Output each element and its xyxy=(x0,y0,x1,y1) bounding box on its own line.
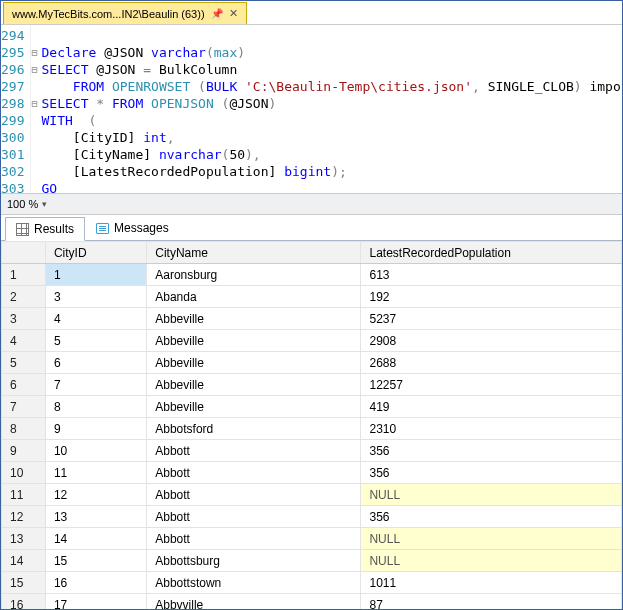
cell-population[interactable]: 1011 xyxy=(361,572,622,594)
cell-cityname[interactable]: Abbeville xyxy=(147,396,361,418)
cell-population[interactable]: 12257 xyxy=(361,374,622,396)
cell-cityid[interactable]: 3 xyxy=(45,286,146,308)
cell-cityid[interactable]: 16 xyxy=(45,572,146,594)
close-icon[interactable]: ✕ xyxy=(229,7,238,20)
tab-messages[interactable]: Messages xyxy=(85,216,180,240)
table-row[interactable]: 1617Abbyville87 xyxy=(2,594,622,610)
row-number[interactable]: 2 xyxy=(2,286,46,308)
table-row[interactable]: 1112AbbottNULL xyxy=(2,484,622,506)
document-tab-bar: www.MyTecBits.com...IN2\Beaulin (63)) 📌 … xyxy=(1,1,622,25)
cell-population[interactable]: 356 xyxy=(361,440,622,462)
table-row[interactable]: 67Abbeville12257 xyxy=(2,374,622,396)
row-number[interactable]: 5 xyxy=(2,352,46,374)
results-grid[interactable]: CityIDCityNameLatestRecordedPopulation 1… xyxy=(1,241,622,609)
document-tab[interactable]: www.MyTecBits.com...IN2\Beaulin (63)) 📌 … xyxy=(3,2,247,24)
table-row[interactable]: 1415AbbottsburgNULL xyxy=(2,550,622,572)
cell-population[interactable]: 356 xyxy=(361,506,622,528)
cell-population[interactable]: 2908 xyxy=(361,330,622,352)
pin-icon[interactable]: 📌 xyxy=(211,8,223,19)
code-area[interactable]: Declare @JSON varchar(max)SELECT @JSON =… xyxy=(38,25,623,193)
cell-cityname[interactable]: Abbott xyxy=(147,528,361,550)
cell-cityid[interactable]: 17 xyxy=(45,594,146,610)
cell-population[interactable]: 419 xyxy=(361,396,622,418)
row-number[interactable]: 11 xyxy=(2,484,46,506)
row-number[interactable]: 16 xyxy=(2,594,46,610)
cell-cityid[interactable]: 6 xyxy=(45,352,146,374)
column-header[interactable] xyxy=(2,242,46,264)
cell-cityid[interactable]: 8 xyxy=(45,396,146,418)
cell-cityid[interactable]: 13 xyxy=(45,506,146,528)
table-row[interactable]: 89Abbotsford2310 xyxy=(2,418,622,440)
message-icon xyxy=(96,223,109,234)
cell-cityname[interactable]: Aaronsburg xyxy=(147,264,361,286)
cell-population[interactable]: 192 xyxy=(361,286,622,308)
cell-population[interactable]: 356 xyxy=(361,462,622,484)
cell-cityname[interactable]: Abbeville xyxy=(147,308,361,330)
cell-population[interactable]: NULL xyxy=(361,550,622,572)
cell-cityid[interactable]: 9 xyxy=(45,418,146,440)
cell-cityid[interactable]: 4 xyxy=(45,308,146,330)
row-number[interactable]: 14 xyxy=(2,550,46,572)
cell-population[interactable]: 2310 xyxy=(361,418,622,440)
cell-cityname[interactable]: Abbott xyxy=(147,484,361,506)
cell-cityname[interactable]: Abbeville xyxy=(147,374,361,396)
cell-population[interactable]: 87 xyxy=(361,594,622,610)
cell-cityname[interactable]: Abbott xyxy=(147,462,361,484)
result-tab-bar: Results Messages xyxy=(1,215,622,241)
cell-cityid[interactable]: 7 xyxy=(45,374,146,396)
cell-cityname[interactable]: Abbottstown xyxy=(147,572,361,594)
chevron-down-icon[interactable]: ▾ xyxy=(42,199,47,209)
cell-population[interactable]: 2688 xyxy=(361,352,622,374)
cell-population[interactable]: NULL xyxy=(361,528,622,550)
tab-messages-label: Messages xyxy=(114,221,169,235)
table-row[interactable]: 1314AbbottNULL xyxy=(2,528,622,550)
table-row[interactable]: 56Abbeville2688 xyxy=(2,352,622,374)
zoom-value[interactable]: 100 % xyxy=(7,198,38,210)
cell-cityid[interactable]: 5 xyxy=(45,330,146,352)
row-number[interactable]: 10 xyxy=(2,462,46,484)
cell-cityname[interactable]: Abbott xyxy=(147,440,361,462)
cell-cityid[interactable]: 12 xyxy=(45,484,146,506)
cell-cityid[interactable]: 15 xyxy=(45,550,146,572)
table-row[interactable]: 11Aaronsburg613 xyxy=(2,264,622,286)
column-header[interactable]: LatestRecordedPopulation xyxy=(361,242,622,264)
table-row[interactable]: 1011Abbott356 xyxy=(2,462,622,484)
row-number[interactable]: 12 xyxy=(2,506,46,528)
table-row[interactable]: 23Abanda192 xyxy=(2,286,622,308)
code-editor[interactable]: 294295296297298299300301302303 ⊟⊟⊟ Decla… xyxy=(1,25,622,193)
table-row[interactable]: 78Abbeville419 xyxy=(2,396,622,418)
row-number[interactable]: 15 xyxy=(2,572,46,594)
row-number[interactable]: 6 xyxy=(2,374,46,396)
cell-cityname[interactable]: Abbyville xyxy=(147,594,361,610)
cell-cityname[interactable]: Abbott xyxy=(147,506,361,528)
cell-cityid[interactable]: 10 xyxy=(45,440,146,462)
table-row[interactable]: 910Abbott356 xyxy=(2,440,622,462)
results-grid-wrap[interactable]: CityIDCityNameLatestRecordedPopulation 1… xyxy=(1,241,622,609)
cell-population[interactable]: NULL xyxy=(361,484,622,506)
row-number[interactable]: 1 xyxy=(2,264,46,286)
column-header[interactable]: CityID xyxy=(45,242,146,264)
table-row[interactable]: 1516Abbottstown1011 xyxy=(2,572,622,594)
cell-cityname[interactable]: Abbotsford xyxy=(147,418,361,440)
cell-cityname[interactable]: Abbeville xyxy=(147,330,361,352)
row-number[interactable]: 8 xyxy=(2,418,46,440)
column-header[interactable]: CityName xyxy=(147,242,361,264)
table-row[interactable]: 45Abbeville2908 xyxy=(2,330,622,352)
row-number[interactable]: 13 xyxy=(2,528,46,550)
tab-results[interactable]: Results xyxy=(5,217,85,241)
table-row[interactable]: 1213Abbott356 xyxy=(2,506,622,528)
cell-population[interactable]: 613 xyxy=(361,264,622,286)
row-number[interactable]: 9 xyxy=(2,440,46,462)
cell-population[interactable]: 5237 xyxy=(361,308,622,330)
row-number[interactable]: 7 xyxy=(2,396,46,418)
row-number[interactable]: 3 xyxy=(2,308,46,330)
cell-cityname[interactable]: Abbottsburg xyxy=(147,550,361,572)
cell-cityname[interactable]: Abanda xyxy=(147,286,361,308)
cell-cityid[interactable]: 14 xyxy=(45,528,146,550)
row-number[interactable]: 4 xyxy=(2,330,46,352)
cell-cityid[interactable]: 11 xyxy=(45,462,146,484)
grid-icon xyxy=(16,223,29,236)
cell-cityid[interactable]: 1 xyxy=(45,264,146,286)
cell-cityname[interactable]: Abbeville xyxy=(147,352,361,374)
table-row[interactable]: 34Abbeville5237 xyxy=(2,308,622,330)
